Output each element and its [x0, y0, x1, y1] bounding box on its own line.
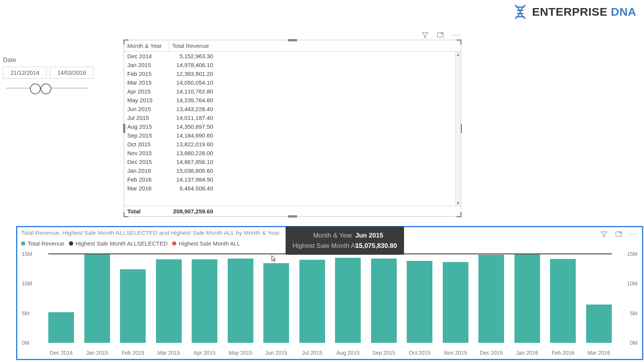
chart-bar[interactable] [120, 269, 146, 343]
cell-revenue: 14,137,984.90 [169, 175, 216, 184]
table-row[interactable]: Feb 201614,137,984.90 [124, 175, 461, 184]
cell-revenue: 14,239,764.60 [169, 96, 216, 105]
table-toolbar: ··· [421, 30, 461, 39]
table-row[interactable]: Apr 201514,110,762.80 [124, 87, 461, 96]
more-options-icon[interactable]: ··· [629, 229, 638, 238]
table-row[interactable]: Jun 201513,443,228.40 [124, 105, 461, 113]
cell-revenue: 13,660,228.00 [169, 149, 216, 157]
table-row[interactable]: Sep 201514,184,690.60 [124, 131, 461, 140]
chart-plot-area[interactable] [43, 251, 617, 343]
cell-revenue: 14,867,856.10 [169, 157, 216, 166]
y-tick-label: 5M [22, 310, 40, 316]
brand-text: ENTERPRISE DNA [532, 5, 636, 18]
legend-label: Total Revenue [28, 240, 64, 247]
chart-bar[interactable] [84, 254, 110, 343]
chart-bar[interactable] [478, 255, 504, 343]
cell-revenue: 6,464,508.40 [169, 184, 216, 191]
x-axis: Dec 2014Jan 2015Feb 2015Mar 2015Apr 2015… [43, 348, 617, 356]
chart-bar[interactable] [443, 262, 468, 343]
cell-revenue: 13,822,019.60 [169, 140, 216, 149]
chart-bar[interactable] [48, 312, 74, 343]
focus-mode-icon[interactable] [615, 230, 623, 238]
y-tick-label: 10M [22, 280, 40, 287]
table-row[interactable]: Jul 201514,011,187.40 [124, 113, 461, 122]
col-month-year[interactable]: Month & Year [124, 40, 169, 51]
table-row[interactable]: Mar 20166,464,508.40 [124, 184, 461, 191]
cell-revenue: 15,038,806.60 [169, 166, 216, 175]
cell-revenue: 14,184,690.60 [169, 131, 216, 140]
cell-revenue: 14,350,897.50 [169, 122, 216, 131]
cell-revenue: 14,978,406.10 [169, 61, 216, 69]
legend-color-dot [21, 241, 25, 246]
table-row[interactable]: Nov 201513,660,228.00 [124, 149, 461, 157]
x-tick-label: Sep 2015 [372, 350, 395, 356]
table-row[interactable]: Dec 20145,152,963.30 [124, 52, 461, 61]
table-row[interactable]: Jan 201514,978,406.10 [124, 61, 461, 69]
table-row[interactable]: Feb 201512,393,901.20 [124, 69, 461, 78]
table-row[interactable]: Mar 201514,050,054.10 [124, 78, 461, 87]
tooltip-label-2: Highest Sale Month ALL [292, 241, 352, 251]
cell-month: Mar 2016 [124, 184, 169, 191]
slicer-handle-start[interactable] [30, 84, 41, 94]
chart-toolbar: ··· [600, 229, 638, 238]
chart-bar[interactable] [407, 261, 432, 343]
scroll-down-icon[interactable]: ▼ [455, 200, 461, 206]
chart-bar[interactable] [228, 259, 253, 343]
y-axis-left: 0M5M10M15M [22, 251, 40, 343]
x-tick-label: Jul 2015 [302, 350, 322, 356]
y-tick-label: 5M [619, 310, 637, 316]
slicer-range-track[interactable] [6, 82, 88, 94]
chart-bar[interactable] [192, 259, 217, 343]
date-slicer[interactable]: Date 21/12/2014 14/03/2016 [3, 57, 91, 94]
chart-bar[interactable] [550, 259, 576, 343]
filter-icon[interactable] [421, 31, 429, 39]
cell-month: Sep 2015 [124, 131, 169, 140]
chart-bar[interactable] [335, 258, 361, 343]
cell-month: May 2015 [124, 96, 169, 105]
cell-month: Apr 2015 [124, 87, 169, 96]
chart-bar[interactable] [156, 259, 182, 343]
chart-bar[interactable] [514, 254, 540, 343]
cell-revenue: 14,050,054.10 [169, 78, 216, 87]
table-scrollbar[interactable]: ▲ ▼ [455, 52, 461, 206]
scroll-up-icon[interactable]: ▲ [455, 52, 461, 57]
table-row[interactable]: May 201514,239,764.60 [124, 96, 461, 105]
table-row[interactable]: Jan 201615,038,806.60 [124, 166, 461, 175]
x-tick-label: Jan 2016 [516, 350, 538, 356]
cell-revenue: 13,443,228.40 [169, 105, 216, 113]
y-tick-label: 15M [22, 251, 40, 257]
filter-icon[interactable] [600, 230, 608, 238]
slicer-to-input[interactable]: 14/03/2016 [50, 67, 94, 79]
slicer-from-input[interactable]: 21/12/2014 [3, 67, 47, 79]
legend-item[interactable]: Highest Sale Month ALL [172, 240, 240, 247]
table-row[interactable]: Aug 201514,350,897.50 [124, 122, 461, 131]
focus-mode-icon[interactable] [437, 31, 444, 39]
chart-bar[interactable] [299, 260, 325, 343]
cell-month: Dec 2015 [124, 157, 169, 166]
x-tick-label: Mar 2015 [158, 350, 180, 356]
chart-title: Total Revenue, Highest Sale Month ALLSEL… [21, 229, 279, 236]
legend-item[interactable]: Highest Sale Month ALLSELECTED [69, 240, 168, 247]
col-total-revenue[interactable]: Total Revenue [169, 40, 217, 51]
total-value: 208,907,259.60 [169, 206, 216, 216]
chart-visual[interactable]: Total Revenue, Highest Sale Month ALLSEL… [16, 226, 643, 360]
legend-item[interactable]: Total Revenue [21, 240, 64, 247]
chart-bar[interactable] [263, 263, 289, 343]
cell-month: Mar 2015 [124, 78, 169, 87]
x-tick-label: Feb 2015 [122, 350, 144, 356]
table-visual[interactable]: ··· Month & Year Total Revenue Dec 20145… [124, 40, 461, 217]
cell-month: Jul 2015 [124, 113, 169, 122]
more-options-icon[interactable]: ··· [452, 30, 461, 39]
x-tick-label: Mar 2016 [588, 350, 610, 356]
slicer-handle-end[interactable] [41, 84, 51, 94]
cell-month: Feb 2016 [124, 175, 169, 184]
table-row[interactable]: Dec 201514,867,856.10 [124, 157, 461, 166]
chart-bar[interactable] [371, 259, 397, 343]
table-row[interactable]: Oct 201513,822,019.60 [124, 140, 461, 149]
cell-revenue: 12,393,901.20 [169, 69, 216, 78]
table-header: Month & Year Total Revenue [124, 40, 461, 52]
cell-revenue: 5,152,963.30 [169, 52, 216, 61]
tooltip-value-1: Jun 2015 [355, 232, 383, 239]
table-body: Dec 20145,152,963.30Jan 201514,978,406.1… [124, 52, 461, 206]
chart-bar[interactable] [586, 305, 612, 343]
